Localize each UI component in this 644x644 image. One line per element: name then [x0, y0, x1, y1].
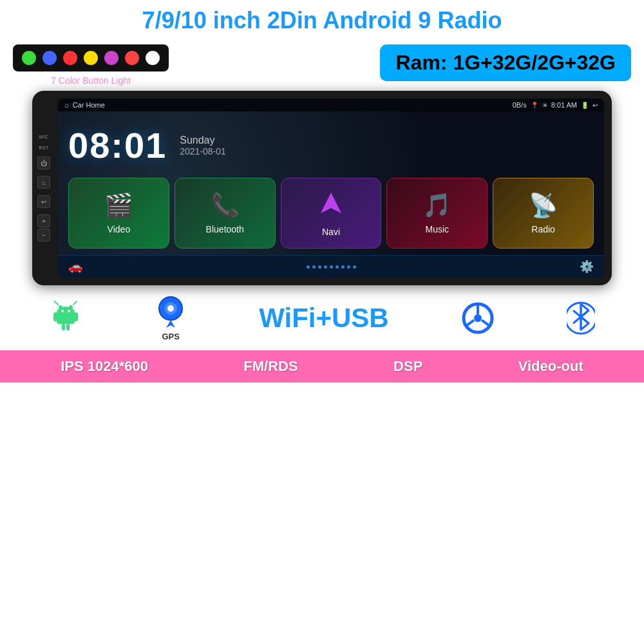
wifi-usb-icon: WiFi+USB	[259, 303, 388, 334]
bluetooth-app-tile[interactable]: 📞 Bluetooth	[175, 178, 276, 249]
side-buttons: MIC RST ⏻ ⌂ ↩ + −	[37, 135, 50, 242]
clock-day: Sunday	[180, 135, 226, 146]
footer-dsp: DSP	[393, 358, 422, 375]
settings-icon[interactable]: ⚙️	[580, 260, 594, 274]
footer-ips: IPS 1024*600	[61, 358, 148, 375]
svg-point-12	[68, 310, 70, 312]
color-dot-red2	[125, 51, 139, 65]
radio-icon: 📡	[529, 192, 558, 219]
location-icon: 📍	[531, 102, 538, 109]
status-right: 0B/s 📍 ✳ 8:01 AM 🔋 ↩	[513, 101, 598, 109]
wifi-usb-feature: WiFi+USB	[259, 303, 388, 334]
svg-rect-6	[57, 312, 75, 324]
clock-time: 08:01	[68, 124, 167, 166]
volume-down-button[interactable]: −	[37, 229, 50, 242]
svg-point-15	[167, 305, 174, 312]
dot-1	[307, 265, 310, 269]
svg-rect-7	[53, 312, 57, 321]
bluetooth-feature	[567, 301, 595, 335]
page-title: 7/9/10 inch 2Din Android 9 Radio	[13, 6, 631, 34]
clock-section: 08:01 Sunday 2021-08-01	[68, 118, 594, 173]
top-info-row: 7 Color Button Light Ram: 1G+32G/2G+32G	[0, 39, 644, 91]
home-icon: ⌂	[64, 101, 69, 109]
music-app-tile[interactable]: 🎵 Music	[386, 178, 488, 249]
speed-indicator: 0B/s	[513, 101, 527, 109]
time-display: 8:01 AM	[551, 101, 577, 109]
ram-badge: Ram: 1G+32G/2G+32G	[380, 44, 631, 81]
header: 7/9/10 inch 2Din Android 9 Radio	[0, 0, 644, 39]
device-wrapper: MIC RST ⏻ ⌂ ↩ + − ⌂ Car Home	[0, 91, 644, 285]
footer-fm: FM/RDS	[243, 358, 298, 375]
clock-date: Sunday 2021-08-01	[180, 135, 226, 156]
bluetooth-icon: 📞	[211, 192, 240, 219]
android-feature	[49, 298, 82, 338]
bluetooth-status-icon: ✳	[542, 102, 547, 109]
dot-8	[347, 265, 350, 269]
clock-date-string: 2021-08-01	[180, 146, 226, 156]
volume-group: + −	[37, 214, 50, 242]
screen: ⌂ Car Home 0B/s 📍 ✳ 8:01 AM 🔋 ↩	[58, 99, 604, 278]
color-dot-yellow	[84, 51, 98, 65]
svg-line-20	[482, 320, 489, 326]
music-icon: 🎵	[422, 192, 451, 219]
radio-app-tile[interactable]: 📡 Radio	[493, 178, 594, 249]
footer-bar: IPS 1024*600 FM/RDS DSP Video-out	[0, 350, 644, 383]
svg-point-11	[61, 310, 64, 312]
dot-2	[312, 265, 316, 269]
back-nav-icon[interactable]: ↩	[592, 102, 598, 109]
color-dot-blue	[43, 51, 57, 65]
gps-feature: GPS	[155, 294, 187, 341]
screen-bottom-bar: 🚗 ⚙️	[58, 255, 604, 278]
svg-line-3	[55, 301, 58, 305]
mic-label: MIC	[39, 135, 48, 139]
svg-rect-9	[62, 324, 65, 330]
color-strip	[13, 44, 169, 71]
features-section: GPS WiFi+USB	[0, 285, 644, 350]
footer-videoout: Video-out	[518, 358, 583, 375]
home-button[interactable]: ⌂	[37, 176, 50, 189]
back-button[interactable]: ↩	[37, 195, 50, 208]
gps-label: GPS	[162, 332, 179, 341]
status-left: ⌂ Car Home	[64, 101, 105, 109]
svg-rect-8	[74, 312, 78, 321]
navi-app-tile[interactable]: Navi	[281, 178, 382, 249]
android-icon	[49, 298, 82, 338]
svg-marker-0	[321, 193, 341, 213]
screen-main: 08:01 Sunday 2021-08-01 🎬 Video	[68, 118, 594, 249]
color-section: 7 Color Button Light	[13, 44, 169, 86]
radio-label: Radio	[531, 224, 555, 234]
screen-content: 08:01 Sunday 2021-08-01 🎬 Video	[58, 111, 604, 255]
power-button[interactable]: ⏻	[37, 156, 50, 169]
svg-point-17	[474, 314, 482, 322]
svg-line-19	[466, 320, 474, 326]
app-dots	[307, 265, 356, 269]
status-bar: ⌂ Car Home 0B/s 📍 ✳ 8:01 AM 🔋 ↩	[58, 99, 604, 111]
bluetooth-label: Bluetooth	[206, 224, 244, 234]
video-app-tile[interactable]: 🎬 Video	[68, 178, 169, 249]
dot-5	[330, 265, 333, 269]
dot-4	[324, 265, 327, 269]
dot-6	[336, 265, 339, 269]
dot-7	[341, 265, 345, 269]
dot-3	[318, 265, 321, 269]
color-dot-green	[22, 51, 36, 65]
app-name: Car Home	[73, 101, 105, 109]
color-dot-white	[146, 51, 160, 65]
volume-up-button[interactable]: +	[37, 214, 50, 227]
ram-text: Ram: 1G+32G/2G+32G	[395, 51, 616, 75]
music-label: Music	[426, 224, 450, 234]
car-icon[interactable]: 🚗	[68, 260, 82, 274]
app-grid: 🎬 Video 📞 Bluetooth	[68, 178, 594, 249]
battery-icon: 🔋	[581, 102, 589, 109]
page-wrapper: 7/9/10 inch 2Din Android 9 Radio 7 Color…	[0, 0, 644, 383]
dot-9	[353, 265, 356, 269]
svg-line-4	[73, 301, 77, 305]
rst-label: RST	[39, 146, 49, 150]
color-dot-purple	[104, 51, 118, 65]
video-label: Video	[108, 224, 131, 234]
navi-label: Navi	[322, 227, 340, 237]
device-outer: MIC RST ⏻ ⌂ ↩ + − ⌂ Car Home	[32, 91, 612, 285]
video-icon: 🎬	[104, 192, 133, 219]
navi-icon	[318, 190, 344, 222]
color-dot-red	[63, 51, 77, 65]
